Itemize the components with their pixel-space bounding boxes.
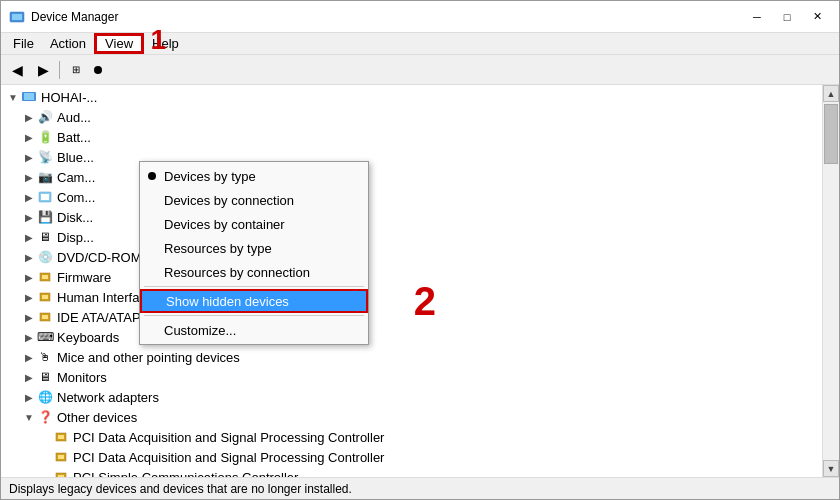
scrollbar[interactable]: ▲ ▼ (822, 85, 839, 477)
tree-item-other[interactable]: ▼ ❓ Other devices (1, 407, 822, 427)
camera-icon: 📷 (37, 169, 53, 185)
pci2-icon (53, 449, 69, 465)
expand-monitors[interactable]: ▶ (21, 369, 37, 385)
toolbar-separator (59, 61, 60, 79)
tree-item-network[interactable]: ▶ 🌐 Network adapters (1, 387, 822, 407)
tree-item-keyboards[interactable]: ▶ ⌨ Keyboards (1, 327, 822, 347)
maximize-button[interactable]: □ (773, 7, 801, 27)
title-bar: Device Manager ─ □ ✕ (1, 1, 839, 33)
mice-icon: 🖱 (37, 349, 53, 365)
menu-file[interactable]: File (5, 33, 42, 54)
expand-camera[interactable]: ▶ (21, 169, 37, 185)
minimize-button[interactable]: ─ (743, 7, 771, 27)
dropdown-separator-1 (144, 286, 364, 287)
tree-item-firmware[interactable]: ▶ Firmware (1, 267, 822, 287)
root-icon (21, 89, 37, 105)
expand-ide[interactable]: ▶ (21, 309, 37, 325)
scrollbar-thumb[interactable] (824, 104, 838, 164)
tree-item-monitors[interactable]: ▶ 🖥 Monitors (1, 367, 822, 387)
tree-item-pci1[interactable]: ▶ PCI Data Acquisition and Signal Proces… (1, 427, 822, 447)
tree-item-pci3[interactable]: ▶ PCI Simple Communications Controller (1, 467, 822, 477)
root-label: HOHAI-... (41, 90, 97, 105)
menu-item-devices-connection[interactable]: Devices by connection (140, 188, 368, 212)
expand-disk[interactable]: ▶ (21, 209, 37, 225)
expand-root[interactable]: ▼ (5, 89, 21, 105)
window-title: Device Manager (31, 10, 743, 24)
main-content: ▼ HOHAI-... ▶ 🔊 Aud... ▶ 🔋 Batt... (1, 85, 839, 477)
svg-rect-3 (24, 93, 34, 100)
title-icon (9, 9, 25, 25)
svg-rect-15 (58, 455, 64, 459)
tree-item-dvd[interactable]: ▶ 💿 DVD/CD-ROM drives (1, 247, 822, 267)
tree-root[interactable]: ▼ HOHAI-... (1, 87, 822, 107)
tree-item-ide[interactable]: ▶ IDE ATA/ATAPI controllers (1, 307, 822, 327)
com-icon (37, 189, 53, 205)
expand-battery[interactable]: ▶ (21, 129, 37, 145)
firmware-icon (37, 269, 53, 285)
keyboard-icon: ⌨ (37, 329, 53, 345)
expand-keyboards[interactable]: ▶ (21, 329, 37, 345)
hid-icon (37, 289, 53, 305)
menu-item-customize[interactable]: Customize... (140, 318, 368, 342)
forward-button[interactable]: ▶ (31, 59, 55, 81)
expand-dvd[interactable]: ▶ (21, 249, 37, 265)
tree-item-bluetooth[interactable]: ▶ 📡 Blue... (1, 147, 822, 167)
svg-rect-5 (41, 194, 49, 200)
menu-item-show-hidden[interactable]: Show hidden devices 2 (140, 289, 368, 313)
tree-item-com[interactable]: ▶ Com... (1, 187, 822, 207)
status-bar: Displays legacy devices and devices that… (1, 477, 839, 499)
scroll-up-button[interactable]: ▲ (823, 85, 839, 102)
svg-rect-1 (12, 14, 22, 20)
tree-item-hid[interactable]: ▶ Human Interface Devices (1, 287, 822, 307)
pci1-icon (53, 429, 69, 445)
monitors-icon: 🖥 (37, 369, 53, 385)
battery-icon: 🔋 (37, 129, 53, 145)
menu-item-resources-connection[interactable]: Resources by connection (140, 260, 368, 284)
svg-rect-13 (58, 435, 64, 439)
ide-icon (37, 309, 53, 325)
tree-item-display[interactable]: ▶ 🖥 Disp... (1, 227, 822, 247)
menu-item-devices-container[interactable]: Devices by container (140, 212, 368, 236)
expand-other[interactable]: ▼ (21, 409, 37, 425)
tree-item-camera[interactable]: ▶ 📷 Cam... (1, 167, 822, 187)
menu-view[interactable]: View 1 (94, 33, 144, 54)
menu-item-devices-type[interactable]: Devices by type (140, 164, 368, 188)
menu-help[interactable]: Help (144, 33, 187, 54)
expand-mice[interactable]: ▶ (21, 349, 37, 365)
expand-audio[interactable]: ▶ (21, 109, 37, 125)
view-dropdown-menu: Devices by type Devices by connection De… (139, 161, 369, 345)
disk-icon: 💾 (37, 209, 53, 225)
toolbar: ◀ ▶ ⊞ (1, 55, 839, 85)
back-button[interactable]: ◀ (5, 59, 29, 81)
display-icon: 🖥 (37, 229, 53, 245)
menu-item-resources-type[interactable]: Resources by type (140, 236, 368, 260)
close-button[interactable]: ✕ (803, 7, 831, 27)
radio-dot (148, 172, 156, 180)
scrollbar-track-area[interactable] (823, 102, 839, 460)
svg-rect-7 (42, 275, 48, 279)
dropdown-separator-2 (144, 315, 364, 316)
expand-network[interactable]: ▶ (21, 389, 37, 405)
tree-item-disk[interactable]: ▶ 💾 Disk... (1, 207, 822, 227)
expand-com[interactable]: ▶ (21, 189, 37, 205)
window-controls: ─ □ ✕ (743, 7, 831, 27)
menu-bar: File Action View 1 Help (1, 33, 839, 55)
expand-bluetooth[interactable]: ▶ (21, 149, 37, 165)
tree-item-mice[interactable]: ▶ 🖱 Mice and other pointing devices (1, 347, 822, 367)
bluetooth-icon: 📡 (37, 149, 53, 165)
overview-button[interactable]: ⊞ (64, 59, 88, 81)
device-manager-window: Device Manager ─ □ ✕ File Action View 1 … (0, 0, 840, 500)
tree-item-pci2[interactable]: ▶ PCI Data Acquisition and Signal Proces… (1, 447, 822, 467)
menu-action[interactable]: Action (42, 33, 94, 54)
tree-item-audio[interactable]: ▶ 🔊 Aud... (1, 107, 822, 127)
network-icon: 🌐 (37, 389, 53, 405)
tree-view[interactable]: ▼ HOHAI-... ▶ 🔊 Aud... ▶ 🔋 Batt... (1, 85, 822, 477)
pci3-icon (53, 469, 69, 477)
svg-rect-9 (42, 295, 48, 299)
active-indicator (94, 66, 102, 74)
expand-firmware[interactable]: ▶ (21, 269, 37, 285)
expand-hid[interactable]: ▶ (21, 289, 37, 305)
tree-item-battery[interactable]: ▶ 🔋 Batt... (1, 127, 822, 147)
expand-display[interactable]: ▶ (21, 229, 37, 245)
scroll-down-button[interactable]: ▼ (823, 460, 839, 477)
